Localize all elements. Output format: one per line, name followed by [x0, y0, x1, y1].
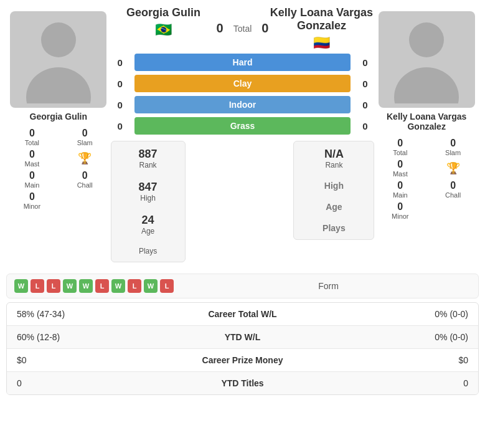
- player1-minor-label: Minor: [24, 203, 41, 210]
- player1-main-value: 0: [29, 170, 35, 181]
- player1-high-box: 847 High: [116, 181, 180, 203]
- player1-mast-label: Mast: [24, 160, 39, 168]
- surface-right-1: 0: [356, 79, 374, 89]
- player2-main-value: 0: [397, 180, 403, 191]
- surface-row-clay: 0 Clay 0: [111, 75, 375, 92]
- player2-plays-box: Plays: [299, 223, 369, 233]
- career-stats-rows: 58% (47-34) Career Total W/L 0% (0-0) 60…: [6, 302, 479, 395]
- surface-btn-grass[interactable]: Grass: [134, 117, 351, 135]
- surface-left-1: 0: [111, 79, 129, 89]
- player2-minor-value: 0: [397, 201, 403, 212]
- form-badge-5: L: [95, 279, 109, 293]
- player2-stats: 0 Total 0 Slam 0 Mast 🏆 0 Main: [377, 138, 476, 220]
- player1-plays-label: Plays: [139, 247, 157, 255]
- career-stats-row-1: 60% (12-8) YTD W/L 0% (0-0): [7, 326, 478, 349]
- trophy-icon-left: 🏆: [78, 151, 92, 165]
- player2-minor-item: 0 Minor: [377, 201, 423, 220]
- surface-btn-clay[interactable]: Clay: [134, 75, 351, 92]
- player1-header: Georgia Gulin 🇧🇷: [111, 6, 217, 38]
- form-section: WLLWWLWLWL Form: [6, 274, 479, 298]
- svg-point-3: [394, 67, 459, 103]
- player2-header-name: Kelly Loana Vargas Gonzalez: [268, 6, 374, 32]
- player1-mast-item: 0 Mast: [9, 149, 55, 168]
- career-left-2: $0: [17, 355, 141, 365]
- total-left: 0: [217, 21, 224, 36]
- form-badge-6: W: [111, 279, 125, 293]
- form-label: Form: [318, 281, 339, 291]
- player1-card: Georgia Gulin 0 Total 0 Slam 0 Mast 🏆: [6, 6, 111, 215]
- player1-high-label: High: [140, 194, 156, 203]
- player2-rank-value: N/A: [324, 148, 344, 161]
- surface-row-indoor: 0 Indoor 0: [111, 96, 375, 113]
- form-badges: WLLWWLWLWL: [14, 279, 174, 293]
- player1-minor-value: 0: [29, 191, 35, 203]
- career-label-2: Career Prize Money: [141, 355, 344, 365]
- career-right-1: 0% (0-0): [344, 332, 468, 342]
- player2-avatar: [379, 11, 475, 108]
- player2-high-value: High: [324, 181, 344, 191]
- player2-plays-value: Plays: [323, 223, 346, 233]
- form-badge-2: L: [47, 279, 60, 293]
- player1-high-value: 847: [139, 181, 158, 194]
- player1-avatar: [10, 11, 106, 108]
- players-section: Georgia Gulin 0 Total 0 Slam 0 Mast 🏆: [6, 6, 479, 266]
- player2-slam-label: Slam: [445, 149, 461, 156]
- player1-main-item: 0 Main: [9, 170, 55, 189]
- career-right-2: $0: [344, 355, 468, 365]
- svg-point-1: [26, 67, 91, 103]
- surface-rows: 0 Hard 0 0 Clay 0 0 Indoor 0 0 Grass 0: [111, 54, 375, 135]
- player2-chall-item: 0 Chall: [430, 180, 476, 199]
- player1-minor-item: 0 Minor: [9, 191, 55, 210]
- form-badge-4: W: [79, 279, 93, 293]
- player2-mast-value: 0: [397, 159, 403, 170]
- player2-mast-label: Mast: [393, 170, 408, 178]
- player1-total-item: 0 Total: [9, 128, 55, 146]
- player1-name: Georgia Gulin: [30, 112, 88, 122]
- player2-slam-item: 0 Slam: [430, 138, 476, 156]
- total-center: 0 Total 0: [217, 6, 269, 36]
- player1-chall-item: 0 Chall: [62, 170, 108, 189]
- total-label: Total: [233, 24, 252, 34]
- career-right-3: 0: [344, 378, 468, 388]
- career-right-0: 0% (0-0): [344, 309, 468, 319]
- main-container: Georgia Gulin 0 Total 0 Slam 0 Mast 🏆: [0, 0, 485, 401]
- player2-chall-label: Chall: [445, 191, 461, 199]
- career-label-0: Career Total W/L: [141, 309, 344, 319]
- player2-total-value: 0: [397, 138, 403, 149]
- total-right: 0: [261, 21, 268, 36]
- career-stats-row-0: 58% (47-34) Career Total W/L 0% (0-0): [7, 303, 478, 326]
- surface-btn-hard[interactable]: Hard: [134, 54, 351, 71]
- player1-mast-value: 0: [29, 149, 35, 160]
- player2-flag: 🇨🇴: [268, 35, 374, 51]
- form-badge-1: L: [31, 279, 44, 293]
- player2-main-label: Main: [393, 191, 408, 199]
- career-left-3: 0: [17, 378, 141, 388]
- player2-rank-box: N/A Rank: [299, 148, 369, 169]
- player2-slam-value: 0: [450, 138, 456, 149]
- player1-flag: 🇧🇷: [111, 22, 217, 38]
- total-row: 0 Total 0: [217, 21, 269, 36]
- player2-stats-box: N/A Rank High Age Plays: [293, 141, 374, 240]
- player1-rank-box: 887 Rank: [116, 148, 180, 169]
- player2-minor-label: Minor: [392, 212, 409, 220]
- form-badge-0: W: [14, 279, 28, 293]
- player2-total-item: 0 Total: [377, 138, 423, 156]
- player1-age-value: 24: [142, 214, 154, 227]
- svg-point-2: [409, 22, 444, 57]
- surface-right-0: 0: [356, 57, 374, 68]
- player1-chall-value: 0: [82, 170, 88, 181]
- player1-chall-label: Chall: [77, 181, 93, 189]
- player1-total-value: 0: [29, 128, 35, 139]
- player2-age-box: Age: [299, 202, 369, 212]
- surface-btn-indoor[interactable]: Indoor: [134, 96, 351, 113]
- surface-left-2: 0: [111, 100, 129, 110]
- svg-point-0: [41, 22, 76, 57]
- player1-slam-label: Slam: [77, 139, 93, 146]
- career-left-0: 58% (47-34): [17, 309, 141, 319]
- career-label-3: YTD Titles: [141, 378, 344, 388]
- player1-age-box: 24 Age: [116, 214, 180, 236]
- player2-high-box: High: [299, 181, 369, 191]
- surface-right-2: 0: [356, 100, 374, 110]
- stats-area: 887 Rank 847 High 24 Age Plays: [111, 141, 375, 262]
- surface-row-grass: 0 Grass 0: [111, 117, 375, 135]
